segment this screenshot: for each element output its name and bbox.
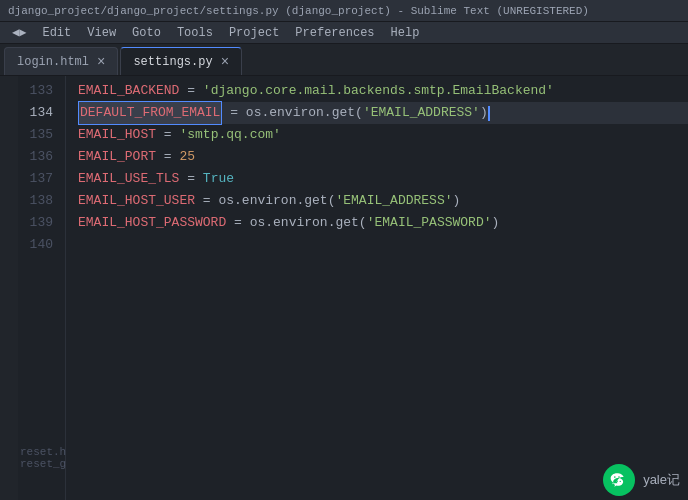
line-num-134: 134 [18, 102, 65, 124]
line-num-135: 135 [18, 124, 65, 146]
bottom-bar: yale记 [595, 460, 688, 500]
token-134-4: 'EMAIL_ADDRESS' [363, 102, 480, 124]
token-137-3: True [203, 168, 234, 190]
code-line-133: EMAIL_BACKEND = 'django.core.mail.backen… [78, 80, 688, 102]
bottom-file-2: reset_g [20, 458, 66, 470]
token-134-5: ) [480, 102, 488, 124]
token-138-5: ) [453, 190, 461, 212]
bottom-file-1: reset.h [20, 446, 66, 458]
token-139-1: EMAIL_HOST_PASSWORD [78, 212, 226, 234]
token-139-5: ) [492, 212, 500, 234]
nav-forward-icon[interactable]: ▶ [19, 25, 26, 40]
code-area[interactable]: EMAIL_BACKEND = 'django.core.mail.backen… [66, 76, 688, 500]
menu-tools[interactable]: Tools [169, 22, 221, 43]
menu-bar: ◀ ▶ Edit View Goto Tools Project Prefere… [0, 22, 688, 44]
token-133-1: EMAIL_BACKEND [78, 80, 179, 102]
token-133-3: 'django.core.mail.backends.smtp.EmailBac… [203, 80, 554, 102]
token-134-selected: DEFAULT_FROM_EMAIL [78, 101, 222, 125]
tab-settings-py-label: settings.py [133, 55, 212, 69]
token-136-2: = [156, 146, 179, 168]
menu-goto[interactable]: Goto [124, 22, 169, 43]
code-line-136: EMAIL_PORT = 25 [78, 146, 688, 168]
bottom-files: reset.h reset_g [20, 446, 66, 470]
token-138-3: os.environ.get( [218, 190, 335, 212]
yale-label: yale记 [643, 471, 680, 489]
tab-login-html[interactable]: login.html × [4, 47, 118, 75]
line-num-138: 138 [18, 190, 65, 212]
token-137-1: EMAIL_USE_TLS [78, 168, 179, 190]
line-num-137: 137 [18, 168, 65, 190]
token-134-3: os.environ.get( [246, 102, 363, 124]
menu-edit[interactable]: Edit [34, 22, 79, 43]
menu-project[interactable]: Project [221, 22, 287, 43]
token-136-3: 25 [179, 146, 195, 168]
sidebar-strip [0, 76, 18, 500]
menu-help[interactable]: Help [383, 22, 428, 43]
editor: 133 134 135 136 137 138 139 140 EMAIL_BA… [0, 76, 688, 500]
code-line-135: EMAIL_HOST = 'smtp.qq.com' [78, 124, 688, 146]
token-138-2: = [195, 190, 218, 212]
wechat-svg [609, 470, 629, 490]
line-num-140: 140 [18, 234, 65, 256]
title-bar: django_project/django_project/settings.p… [0, 0, 688, 22]
code-line-138: EMAIL_HOST_USER = os.environ.get('EMAIL_… [78, 190, 688, 212]
token-138-1: EMAIL_HOST_USER [78, 190, 195, 212]
token-133-2: = [179, 80, 202, 102]
token-139-4: 'EMAIL_PASSWORD' [367, 212, 492, 234]
code-line-140 [78, 234, 688, 256]
token-135-3: 'smtp.qq.com' [179, 124, 280, 146]
code-line-139: EMAIL_HOST_PASSWORD = os.environ.get('EM… [78, 212, 688, 234]
token-136-1: EMAIL_PORT [78, 146, 156, 168]
line-numbers: 133 134 135 136 137 138 139 140 [18, 76, 66, 500]
tab-bar: login.html × settings.py × [0, 44, 688, 76]
token-137-2: = [179, 168, 202, 190]
tab-login-html-close[interactable]: × [97, 55, 105, 69]
line-num-133: 133 [18, 80, 65, 102]
token-134-2: = [222, 102, 245, 124]
line-num-136: 136 [18, 146, 65, 168]
token-139-3: os.environ.get( [250, 212, 367, 234]
wechat-icon[interactable] [603, 464, 635, 496]
menu-view[interactable]: View [79, 22, 124, 43]
token-135-2: = [156, 124, 179, 146]
nav-arrows-container[interactable]: ◀ ▶ [4, 22, 34, 43]
nav-back-icon[interactable]: ◀ [12, 25, 19, 40]
tab-settings-py[interactable]: settings.py × [120, 47, 242, 75]
code-line-134: DEFAULT_FROM_EMAIL = os.environ.get('EMA… [78, 102, 688, 124]
tab-settings-py-close[interactable]: × [221, 55, 229, 69]
title-text: django_project/django_project/settings.p… [8, 5, 589, 17]
code-line-137: EMAIL_USE_TLS = True [78, 168, 688, 190]
cursor [488, 106, 490, 121]
menu-preferences[interactable]: Preferences [287, 22, 382, 43]
token-138-4: 'EMAIL_ADDRESS' [335, 190, 452, 212]
token-135-1: EMAIL_HOST [78, 124, 156, 146]
line-num-139: 139 [18, 212, 65, 234]
token-134-1: DEFAULT_FROM_EMAIL [80, 105, 220, 120]
token-139-2: = [226, 212, 249, 234]
tab-login-html-label: login.html [17, 55, 89, 69]
